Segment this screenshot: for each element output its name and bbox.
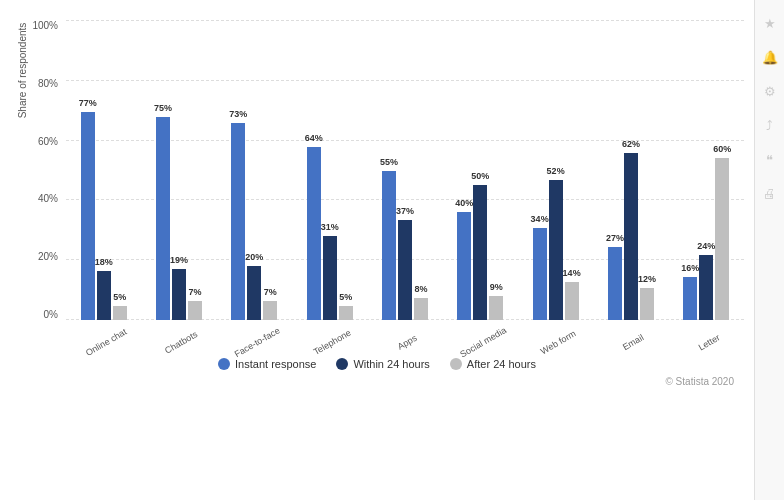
bar: 19%	[172, 269, 186, 320]
bar-value-label: 62%	[622, 139, 640, 149]
bar-value-label: 50%	[471, 171, 489, 181]
bar-value-label: 64%	[305, 133, 323, 143]
bar-value-label: 7%	[264, 287, 277, 297]
bar: 18%	[97, 271, 111, 320]
bar-value-label: 20%	[245, 252, 263, 262]
bar: 27%	[608, 247, 622, 320]
y-label: 60%	[28, 136, 58, 147]
bar-value-label: 55%	[380, 157, 398, 167]
bar-value-label: 12%	[638, 274, 656, 284]
bar-value-label: 73%	[229, 109, 247, 119]
bar-value-label: 52%	[547, 166, 565, 176]
bar-value-label: 14%	[563, 268, 581, 278]
bar: 52%	[549, 180, 563, 320]
print-icon[interactable]: 🖨	[762, 185, 778, 201]
chart-wrapper: Share of respondents 0% 20% 40% 60% 80% …	[10, 20, 744, 350]
bar: 50%	[473, 185, 487, 320]
gear-icon[interactable]: ⚙	[762, 83, 778, 99]
bar-value-label: 18%	[95, 257, 113, 267]
y-axis: 0% 20% 40% 60% 80% 100%	[28, 20, 66, 350]
chart-area: Share of respondents 0% 20% 40% 60% 80% …	[0, 0, 754, 500]
bar-value-label: 75%	[154, 103, 172, 113]
bar: 14%	[565, 282, 579, 320]
bar: 12%	[640, 288, 654, 320]
bar-value-label: 9%	[490, 282, 503, 292]
bar: 64%	[307, 147, 321, 320]
bar: 73%	[231, 123, 245, 320]
y-label: 80%	[28, 78, 58, 89]
bar-value-label: 31%	[321, 222, 339, 232]
bar: 75%	[156, 117, 170, 320]
bar-value-label: 77%	[79, 98, 97, 108]
bars-container: 77%18%5%Online chat75%19%7%Chatbots73%20…	[66, 20, 744, 350]
bar: 20%	[247, 266, 261, 320]
bar: 77%	[81, 112, 95, 320]
bar: 5%	[339, 306, 353, 320]
bar: 8%	[414, 298, 428, 320]
bar: 55%	[382, 171, 396, 320]
bar-group: 16%24%60%Letter	[669, 158, 744, 320]
bar: 62%	[624, 153, 638, 320]
y-label: 40%	[28, 193, 58, 204]
bar: 60%	[715, 158, 729, 320]
y-label: 0%	[28, 309, 58, 320]
bell-icon[interactable]: 🔔	[762, 49, 778, 65]
quote-icon[interactable]: ❝	[762, 151, 778, 167]
bar-value-label: 37%	[396, 206, 414, 216]
star-icon[interactable]: ★	[762, 15, 778, 31]
bar-group: 55%37%8%Apps	[367, 171, 442, 320]
bar-value-label: 5%	[339, 292, 352, 302]
bar: 24%	[699, 255, 713, 320]
bar: 7%	[263, 301, 277, 320]
bar-group: 34%52%14%Web form	[518, 180, 593, 320]
bar-value-label: 16%	[681, 263, 699, 273]
bar-value-label: 34%	[531, 214, 549, 224]
bar-value-label: 27%	[606, 233, 624, 243]
bar-value-label: 7%	[188, 287, 201, 297]
bar-value-label: 8%	[414, 284, 427, 294]
bar: 7%	[188, 301, 202, 320]
bar: 5%	[113, 306, 127, 320]
bar-value-label: 24%	[697, 241, 715, 251]
bar-group: 77%18%5%Online chat	[66, 112, 141, 320]
bar: 31%	[323, 236, 337, 320]
bar: 40%	[457, 212, 471, 320]
bar-value-label: 40%	[455, 198, 473, 208]
chart-inner: 77%18%5%Online chat75%19%7%Chatbots73%20…	[66, 20, 744, 350]
legend-within24-label: Within 24 hours	[353, 358, 429, 370]
share-icon[interactable]: ⤴	[762, 117, 778, 133]
bar: 9%	[489, 296, 503, 320]
bar-group: 75%19%7%Chatbots	[141, 117, 216, 320]
bar-group: 64%31%5%Telephone	[292, 147, 367, 320]
bar-value-label: 5%	[113, 292, 126, 302]
bar: 34%	[533, 228, 547, 320]
watermark: © Statista 2020	[10, 376, 744, 387]
y-axis-title: Share of respondents	[17, 11, 28, 131]
bar-group: 40%50%9%Social media	[443, 185, 518, 320]
bar-value-label: 19%	[170, 255, 188, 265]
y-label: 100%	[28, 20, 58, 31]
bar: 16%	[683, 277, 697, 320]
sidebar: ★ 🔔 ⚙ ⤴ ❝ 🖨	[754, 0, 784, 500]
bar: 37%	[398, 220, 412, 320]
legend-dot-within24	[336, 358, 348, 370]
bar-group: 73%20%7%Face-to-face	[217, 123, 292, 320]
bar-value-label: 60%	[713, 144, 731, 154]
bar-group: 27%62%12%Email	[593, 153, 668, 320]
y-label: 20%	[28, 251, 58, 262]
